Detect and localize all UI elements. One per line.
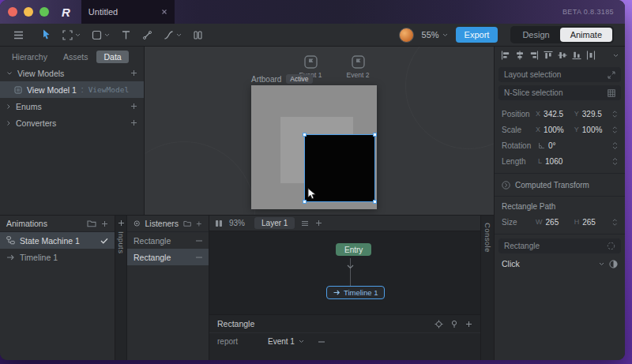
position-x-value[interactable]: 342.5 <box>544 110 563 118</box>
document-tab[interactable]: Untitled <box>81 0 175 24</box>
fullscreen-window-button[interactable] <box>40 7 49 17</box>
graph-zoom-value[interactable]: 93% <box>229 219 245 227</box>
pin-icon[interactable] <box>450 320 458 328</box>
active-badge[interactable]: Active <box>286 74 312 84</box>
align-bottom-icon[interactable] <box>572 51 581 60</box>
tree-row-converters[interactable]: Converters <box>0 114 144 131</box>
state-machine-graph[interactable]: Entry Timeline 1 <box>209 231 480 314</box>
tab-hierarchy[interactable]: Hierarchy <box>5 51 55 63</box>
rectangle-section[interactable]: Rectangle <box>498 238 621 253</box>
resize-handle[interactable] <box>303 133 307 137</box>
state-machine-row[interactable]: State Machine 1 <box>0 232 115 249</box>
chevron-down-icon[interactable] <box>176 33 182 37</box>
align-left-icon[interactable] <box>501 51 510 60</box>
computed-transform-section[interactable]: Computed Transform <box>495 178 625 192</box>
artboard-name-label[interactable]: Artboard <box>251 75 281 84</box>
tab-assets[interactable]: Assets <box>56 51 96 63</box>
chevron-right-icon[interactable] <box>6 103 11 110</box>
stepper-icon[interactable] <box>612 218 618 227</box>
sync-icon[interactable] <box>607 242 615 250</box>
listener-row[interactable]: Rectangle <box>127 232 209 249</box>
align-right-icon[interactable] <box>529 51 539 60</box>
contrast-icon[interactable] <box>609 260 618 268</box>
add-input-button[interactable] <box>118 220 125 227</box>
avatar[interactable] <box>399 28 414 43</box>
tree-row-enums[interactable]: Enums <box>0 98 144 114</box>
text-tool-button[interactable] <box>115 24 137 46</box>
distribute-horizontal-icon[interactable] <box>586 51 596 60</box>
layer-tab[interactable]: Layer 1 <box>254 217 295 229</box>
inputs-strip-label[interactable]: Inputs <box>117 231 126 253</box>
tab-data[interactable]: Data <box>96 51 128 63</box>
stepper-icon[interactable] <box>612 126 618 134</box>
folder-icon[interactable] <box>87 220 96 227</box>
design-mode-button[interactable]: Design <box>512 28 559 42</box>
align-center-horizontal-icon[interactable] <box>515 51 525 60</box>
tree-row-view-model-1[interactable]: View Model 1 : ViewModel <box>0 81 144 98</box>
transform-tool-button[interactable] <box>57 24 86 46</box>
nslice-icon[interactable] <box>608 89 615 97</box>
nslice-selection-section[interactable]: N-Slice selection <box>498 85 621 100</box>
event-icon[interactable] <box>304 55 318 69</box>
close-window-button[interactable] <box>8 7 17 17</box>
chevron-down-icon[interactable] <box>599 262 604 266</box>
resize-handle[interactable] <box>373 133 377 137</box>
console-collapsed-tab[interactable]: Console <box>480 215 494 360</box>
main-menu-button[interactable] <box>8 24 29 46</box>
click-listener-row[interactable]: Click <box>495 256 625 272</box>
align-middle-vertical-icon[interactable] <box>558 51 567 60</box>
add-view-model-button[interactable] <box>130 69 137 77</box>
stepper-icon[interactable] <box>612 141 618 150</box>
pen-tool-button[interactable] <box>137 24 158 46</box>
target-icon[interactable] <box>434 320 443 328</box>
remove-listener-button[interactable] <box>196 257 202 258</box>
layout-tool-button[interactable] <box>187 24 209 46</box>
resize-handle[interactable] <box>303 200 307 204</box>
size-w-value[interactable]: 265 <box>546 218 559 227</box>
chevron-down-icon[interactable] <box>104 33 110 37</box>
add-enum-button[interactable] <box>130 103 137 110</box>
transition-edge[interactable] <box>350 258 351 286</box>
minimize-window-button[interactable] <box>24 7 33 17</box>
expand-icon[interactable] <box>608 71 615 79</box>
size-h-value[interactable]: 265 <box>582 218 596 227</box>
export-button[interactable]: Export <box>456 27 498 43</box>
chevron-down-icon[interactable] <box>6 71 13 76</box>
report-event-select[interactable]: Event 1 <box>268 337 304 346</box>
add-converter-button[interactable] <box>130 119 137 126</box>
add-animation-button[interactable] <box>101 220 108 227</box>
panels-icon[interactable] <box>215 220 223 227</box>
length-value[interactable]: 1060 <box>545 157 562 166</box>
chevron-right-icon[interactable] <box>6 120 11 126</box>
timeline-state-node[interactable]: Timeline 1 <box>326 286 385 299</box>
scale-y-value[interactable]: 100% <box>582 126 603 134</box>
stage-canvas[interactable]: Event 1 Event 2 Artboard Active <box>145 47 494 215</box>
stepper-icon[interactable] <box>612 110 618 118</box>
add-action-button[interactable] <box>465 321 472 328</box>
event-icon[interactable] <box>352 55 365 69</box>
listener-row[interactable]: Rectangle <box>127 249 209 265</box>
chevron-down-icon[interactable] <box>613 54 619 58</box>
inputs-collapsed-tab[interactable]: Inputs <box>115 215 127 360</box>
add-layer-button[interactable] <box>315 220 322 227</box>
select-tool-button[interactable] <box>36 24 57 46</box>
position-y-value[interactable]: 329.5 <box>582 110 602 118</box>
shape-tool-button[interactable] <box>86 24 115 46</box>
remove-action-button[interactable] <box>318 341 325 343</box>
resize-handle[interactable] <box>373 200 377 204</box>
entry-state-node[interactable]: Entry <box>336 243 371 256</box>
rotation-value[interactable]: 0° <box>548 141 556 150</box>
zoom-select[interactable]: 55% <box>422 30 448 39</box>
event-2[interactable]: Event 2 <box>339 55 377 79</box>
scale-x-value[interactable]: 100% <box>544 126 564 134</box>
close-tab-icon[interactable] <box>161 9 167 15</box>
console-strip-label[interactable]: Console <box>483 223 492 253</box>
layer-menu-icon[interactable] <box>301 220 309 227</box>
stepper-icon[interactable] <box>612 157 618 166</box>
folder-icon[interactable] <box>183 220 191 227</box>
remove-listener-button[interactable] <box>196 240 202 242</box>
transition-arrow-icon[interactable] <box>347 265 354 269</box>
add-listener-button[interactable] <box>196 220 202 227</box>
align-top-icon[interactable] <box>544 51 553 60</box>
chevron-down-icon[interactable] <box>75 33 81 37</box>
